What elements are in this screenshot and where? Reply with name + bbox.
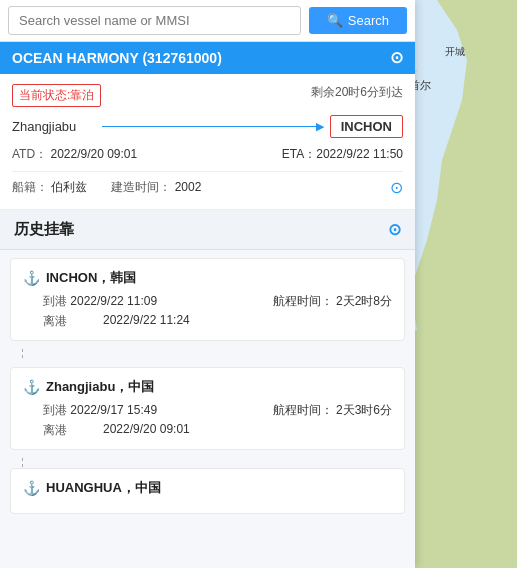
departure-time-0: 2022/9/22 11:24: [103, 313, 190, 330]
duration-value-1: 2天3时6分: [336, 403, 392, 417]
port-row-2: ⚓ HUANGHUA，中国: [23, 479, 392, 497]
arrival-time-0: 2022/9/22 11:09: [70, 294, 157, 308]
flag-value: 伯利兹: [51, 180, 87, 194]
port-row-0: ⚓ INCHON，韩国: [23, 269, 392, 287]
arrival-label-1: 到港: [43, 403, 67, 417]
search-button-label: Search: [348, 13, 389, 28]
route-to-badge: INCHON: [330, 115, 403, 138]
arrival-label-0: 到港: [43, 294, 67, 308]
atd-value: 2022/9/20 09:01: [50, 147, 137, 161]
duration-label-0: 航程时间：: [273, 294, 333, 308]
port-row-1: ⚓ Zhangjiabu，中国: [23, 378, 392, 396]
history-header: 历史挂靠 ⊙: [0, 210, 415, 250]
departure-time-1: 2022/9/20 09:01: [103, 422, 190, 439]
history-connector-0: [0, 349, 415, 359]
duration-info-1: 航程时间： 2天3时6分: [273, 402, 392, 419]
time-row: ATD： 2022/9/20 09:01 ETA：2022/9/22 11:50: [12, 146, 403, 163]
history-connector-1: [0, 458, 415, 468]
port-name-2: HUANGHUA，中国: [46, 479, 161, 497]
main-panel: OCEAN HARMONY 🔍 Search OCEAN HARMONY (31…: [0, 0, 415, 568]
arrival-info-1: 到港 2022/9/17 15:49: [43, 402, 157, 419]
departure-label-0: 离港: [43, 313, 103, 330]
anchor-icon-1: ⚓: [23, 379, 40, 395]
build-value: 2002: [175, 180, 202, 194]
flag-info: 船籍： 伯利兹: [12, 179, 87, 196]
departure-row-1: 离港 2022/9/20 09:01: [23, 422, 392, 439]
remaining-time: 剩余20时6分到达: [311, 84, 403, 101]
divider: [12, 171, 403, 172]
history-collapse-icon[interactable]: ⊙: [388, 220, 401, 239]
port-name-0: INCHON，韩国: [46, 269, 136, 287]
atd-label: ATD：: [12, 147, 47, 161]
v-line-1: [22, 458, 23, 468]
route-arrow: [102, 126, 318, 127]
duration-label-1: 航程时间：: [273, 403, 333, 417]
search-input[interactable]: OCEAN HARMONY: [8, 6, 301, 35]
history-item-2: ⚓ HUANGHUA，中国: [10, 468, 405, 514]
history-item-1: ⚓ Zhangjiabu，中国 到港 2022/9/17 15:49 航程时间：…: [10, 367, 405, 450]
history-section: 历史挂靠 ⊙ ⚓ INCHON，韩国 到港 2022/9/22 11:09 航程…: [0, 210, 415, 514]
route-from: Zhangjiabu: [12, 119, 102, 134]
ship-header: OCEAN HARMONY (312761000) ⊙: [0, 42, 415, 74]
arrival-row-1: 到港 2022/9/17 15:49 航程时间： 2天3时6分: [23, 402, 392, 419]
ship-header-title: OCEAN HARMONY (312761000): [12, 50, 222, 66]
status-section: 当前状态:靠泊 剩余20时6分到达 Zhangjiabu INCHON ATD：…: [0, 74, 415, 210]
history-title: 历史挂靠: [14, 220, 74, 239]
history-item: ⚓ INCHON，韩国 到港 2022/9/22 11:09 航程时间： 2天2…: [10, 258, 405, 341]
extra-info: 船籍： 伯利兹 建造时间： 2002 ⊙: [12, 178, 403, 197]
v-line-0: [22, 349, 23, 359]
anchor-icon-2: ⚓: [23, 480, 40, 496]
arrival-info-0: 到港 2022/9/22 11:09: [43, 293, 157, 310]
departure-label-1: 离港: [43, 422, 103, 439]
atd: ATD： 2022/9/20 09:01: [12, 146, 137, 163]
duration-value-0: 2天2时8分: [336, 294, 392, 308]
search-bar: OCEAN HARMONY 🔍 Search: [0, 0, 415, 42]
status-row: 当前状态:靠泊 剩余20时6分到达: [12, 84, 403, 107]
duration-info-0: 航程时间： 2天2时8分: [273, 293, 392, 310]
route-arrow-line: [102, 126, 318, 127]
status-badge: 当前状态:靠泊: [12, 84, 101, 107]
search-icon: 🔍: [327, 13, 343, 28]
ship-header-expand-icon[interactable]: ⊙: [390, 50, 403, 66]
arrival-row-0: 到港 2022/9/22 11:09 航程时间： 2天2时8分: [23, 293, 392, 310]
flag-label: 船籍：: [12, 180, 48, 194]
search-button[interactable]: 🔍 Search: [309, 7, 407, 34]
port-name-1: Zhangjiabu，中国: [46, 378, 154, 396]
extra-expand-icon[interactable]: ⊙: [390, 178, 403, 197]
route-row: Zhangjiabu INCHON: [12, 115, 403, 138]
arrival-time-1: 2022/9/17 15:49: [70, 403, 157, 417]
departure-row-0: 离港 2022/9/22 11:24: [23, 313, 392, 330]
eta: ETA：2022/9/22 11:50: [282, 146, 403, 163]
build-info: 建造时间： 2002: [111, 179, 201, 196]
anchor-icon-0: ⚓: [23, 270, 40, 286]
build-label: 建造时间：: [111, 180, 171, 194]
svg-text:开城: 开城: [445, 46, 465, 57]
